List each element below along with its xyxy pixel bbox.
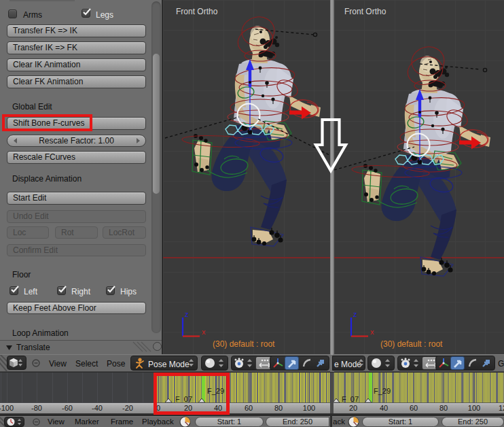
svg-text:z: z bbox=[185, 310, 189, 318]
svg-text:x: x bbox=[202, 328, 206, 336]
svg-text:z: z bbox=[353, 310, 357, 318]
svg-text:x: x bbox=[370, 328, 374, 336]
